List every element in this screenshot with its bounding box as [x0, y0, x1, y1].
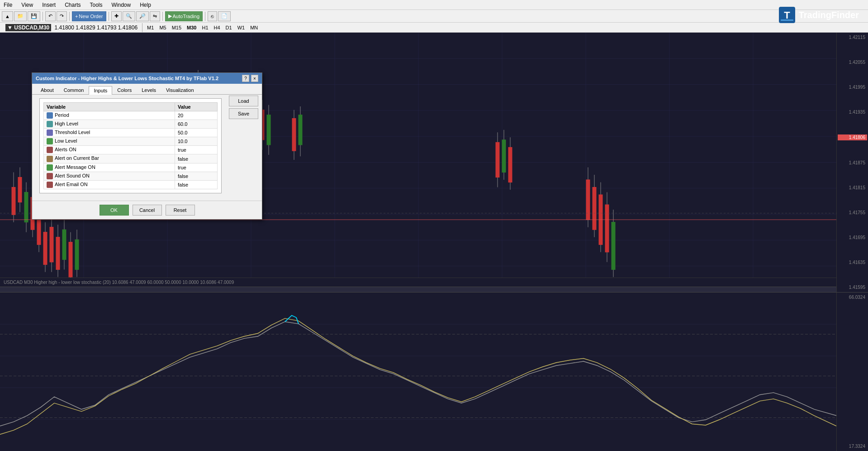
tf-m15[interactable]: M15	[170, 24, 184, 31]
toolbar-new[interactable]: ▲	[2, 11, 13, 21]
value-cell: 20	[175, 111, 218, 120]
svg-rect-93	[781, 19, 793, 21]
dialog-footer: OK Cancel Reset	[32, 201, 262, 219]
table-row[interactable]: Low Level10.0	[44, 137, 218, 146]
value-cell: true	[175, 163, 218, 172]
price-label-8: 1.41695	[838, 235, 867, 240]
menu-tools[interactable]: Tools	[88, 2, 104, 8]
table-row[interactable]: High Level60.0	[44, 120, 218, 129]
dialog-close-button[interactable]: ×	[251, 75, 258, 82]
menu-insert[interactable]: Insert	[40, 2, 57, 8]
table-row[interactable]: Alert Sound ONfalse	[44, 172, 218, 180]
svg-rect-40	[75, 240, 79, 269]
table-row[interactable]: Alerts ONtrue	[44, 146, 218, 154]
logo-text: TradingFinder	[799, 10, 859, 20]
toolbar-save[interactable]: 💾	[28, 11, 40, 21]
timeframe-bar: ▼ USDCAD,M30 1.41800 1.41829 1.41793 1.4…	[0, 23, 868, 33]
new-order-button[interactable]: + New Order	[72, 11, 106, 21]
svg-rect-72	[586, 180, 590, 220]
svg-rect-80	[612, 222, 615, 270]
table-row[interactable]: Alert Email ONfalse	[44, 180, 218, 189]
tab-visualization[interactable]: Visualization	[161, 86, 199, 94]
cancel-button[interactable]: Cancel	[133, 205, 162, 216]
svg-rect-20	[12, 187, 15, 215]
variable-cell: High Level	[44, 120, 175, 129]
svg-rect-38	[69, 242, 72, 277]
price-label-1: 1.42115	[838, 35, 867, 40]
svg-rect-83	[0, 293, 836, 451]
toolbar-zoomin[interactable]: 🔍	[123, 11, 135, 21]
autotrading-button[interactable]: ▶ AutoTrading	[165, 11, 203, 21]
menu-help[interactable]: Help	[138, 2, 153, 8]
value-cell: true	[175, 146, 218, 154]
inputs-table-section: Variable Value Period20High Level60.0Thr…	[36, 95, 225, 197]
tab-about[interactable]: About	[36, 86, 59, 94]
sub-chart[interactable]: 66.0324 17.3324	[0, 292, 868, 451]
variable-cell: Alert Email ON	[44, 180, 175, 189]
ok-button[interactable]: OK	[100, 205, 129, 216]
dialog-main-area: Variable Value Period20High Level60.0Thr…	[32, 95, 262, 201]
tf-w1[interactable]: W1	[235, 24, 247, 31]
svg-rect-68	[502, 140, 506, 173]
table-row[interactable]: Threshold Level50.0	[44, 129, 218, 137]
dialog-titlebar[interactable]: Custom Indicator - Higher Highs & Lower …	[32, 73, 262, 84]
row-icon	[47, 138, 53, 144]
price-label-7: 1.41755	[838, 210, 867, 215]
tf-m1[interactable]: M1	[145, 24, 156, 31]
menu-file[interactable]: File	[2, 2, 14, 8]
svg-rect-60	[267, 115, 270, 145]
table-row[interactable]: Alert Message ONtrue	[44, 163, 218, 172]
row-icon	[47, 130, 53, 136]
value-cell: 60.0	[175, 120, 218, 129]
value-cell: false	[175, 172, 218, 180]
row-icon	[47, 121, 53, 127]
tf-m30[interactable]: M30	[185, 24, 199, 31]
svg-text:T: T	[784, 10, 790, 21]
table-row[interactable]: Period20	[44, 111, 218, 120]
price-label-6: 1.41815	[838, 185, 867, 190]
tab-inputs[interactable]: Inputs	[89, 86, 112, 95]
toolbar-autoscroll[interactable]: ⇋	[150, 11, 160, 21]
svg-rect-64	[299, 115, 302, 145]
row-icon	[47, 147, 53, 153]
value-cell: 50.0	[175, 129, 218, 137]
toolbar-indicators[interactable]: ⎋	[208, 11, 217, 21]
tab-colors[interactable]: Colors	[112, 86, 137, 94]
sep-tf	[142, 23, 142, 32]
toolbar-templates[interactable]: 📄	[218, 11, 231, 21]
menu-charts[interactable]: Charts	[63, 2, 82, 8]
save-button[interactable]: Save	[229, 108, 258, 119]
table-row[interactable]: Alert on Current Barfalse	[44, 154, 218, 163]
reset-button[interactable]: Reset	[166, 205, 195, 216]
tab-common[interactable]: Common	[59, 86, 89, 94]
dialog-help-button[interactable]: ?	[242, 75, 249, 82]
tf-m5[interactable]: M5	[157, 24, 168, 31]
toolbar-open[interactable]: 📁	[14, 11, 27, 21]
toolbar-redo[interactable]: ↷	[57, 11, 67, 21]
tf-h4[interactable]: H4	[212, 24, 223, 31]
toolbar-crosshair[interactable]: ✚	[111, 11, 122, 21]
load-button[interactable]: Load	[229, 96, 258, 106]
tab-levels[interactable]: Levels	[137, 86, 161, 94]
symbol-label: ▼ USDCAD,M30	[5, 24, 51, 31]
toolbar-zoomout[interactable]: 🔎	[136, 11, 149, 21]
svg-rect-78	[605, 205, 609, 252]
horizontal-scrollbar[interactable]	[0, 287, 836, 292]
svg-rect-32	[50, 227, 53, 262]
logo-area: T TradingFinder	[779, 7, 859, 23]
tf-mn[interactable]: MN	[248, 24, 260, 31]
toolbar-undo[interactable]: ↶	[45, 11, 56, 21]
tf-d1[interactable]: D1	[223, 24, 234, 31]
menu-window[interactable]: Window	[110, 2, 133, 8]
variable-cell: Period	[44, 111, 175, 120]
side-buttons: Load Save	[229, 95, 258, 197]
status-bar: USDCAD M30 Higher high - lower low stoch…	[0, 278, 836, 287]
new-order-label: New Order	[79, 14, 103, 19]
menu-view[interactable]: View	[19, 2, 35, 8]
tf-h1[interactable]: H1	[199, 24, 210, 31]
tradingfinder-logo-icon: T	[779, 7, 795, 23]
price-scale: 1.42115 1.42055 1.41995 1.41935 1.41806 …	[836, 33, 868, 292]
svg-rect-36	[62, 230, 66, 259]
indicator-dialog[interactable]: Custom Indicator - Higher Highs & Lower …	[32, 72, 262, 220]
price-label-4: 1.41935	[838, 110, 867, 115]
